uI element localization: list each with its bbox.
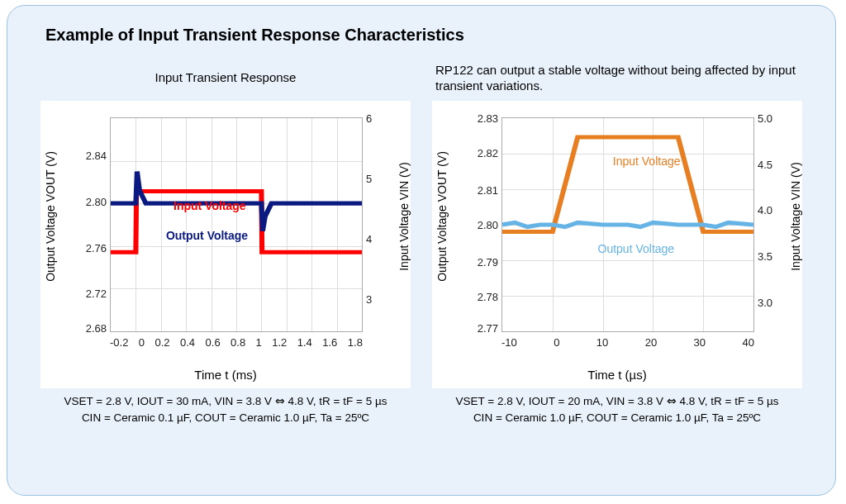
left-pane: Input Transient Response Output Voltage … — [40, 58, 411, 427]
panes-row: Input Transient Response Output Voltage … — [40, 58, 802, 427]
tick: 0.2 — [155, 336, 170, 349]
tick: 0 — [554, 336, 559, 349]
right-input-trace-label: Input Voltage — [613, 155, 681, 168]
right-x-axis-label: Time t (µs) — [432, 368, 802, 382]
tick: 2.68 — [86, 322, 107, 335]
tick: 2.72 — [86, 288, 107, 300]
tick: 3.5 — [758, 250, 772, 263]
left-x-axis-label: Time t (ms) — [40, 368, 411, 382]
tick: 1.6 — [322, 336, 337, 349]
caption-line: VSET = 2.8 V, IOUT = 20 mA, VIN = 3.8 V … — [432, 393, 802, 410]
tick: 2.77 — [478, 322, 498, 335]
right-output-trace-label: Output Voltage — [598, 242, 675, 255]
tick: 2.76 — [86, 242, 107, 254]
right-caption: VSET = 2.8 V, IOUT = 20 mA, VIN = 3.8 V … — [432, 393, 802, 427]
tick: 0 — [139, 336, 145, 349]
right-x-ticks: -10 0 10 20 30 40 — [501, 336, 754, 349]
left-traces-svg — [111, 118, 362, 331]
tick: 6 — [366, 112, 372, 125]
left-output-trace-label: Output Voltage — [166, 229, 248, 242]
tick: 2.84 — [86, 150, 107, 162]
tick: 2.82 — [478, 147, 498, 159]
tick: 1.8 — [348, 336, 363, 349]
tick: 2.81 — [478, 184, 498, 197]
left-caption: VSET = 2.8 V, IOUT = 30 mA, VIN = 3.8 V … — [40, 393, 411, 427]
left-chart-box: Output Voltage VOUT (V) Input Voltage VI… — [40, 101, 411, 388]
tick: -0.2 — [110, 336, 128, 349]
tick: 3 — [366, 293, 372, 306]
tick: 1.4 — [297, 336, 312, 349]
tick: 30 — [694, 336, 706, 349]
tick: 2.80 — [86, 196, 107, 208]
caption-line: VSET = 2.8 V, IOUT = 30 mA, VIN = 3.8 V … — [40, 393, 411, 410]
left-y2-axis-label: Input Voltage VIN (V) — [397, 162, 411, 271]
tick: 1.2 — [272, 336, 287, 349]
tick: 1 — [256, 336, 262, 349]
tick: 4.5 — [758, 159, 772, 171]
tick: 2.83 — [478, 112, 498, 125]
tick: 4 — [366, 233, 372, 245]
left-plot-area: Input Voltage Output Voltage — [110, 117, 363, 332]
tick: 5 — [366, 173, 372, 185]
card-container: Example of Input Transient Response Char… — [7, 5, 836, 496]
left-chart-title: Input Transient Response — [40, 58, 411, 97]
right-y-axis-label: Output Voltage VOUT (V) — [435, 151, 449, 282]
right-input-trace — [502, 137, 753, 232]
main-title: Example of Input Transient Response Char… — [45, 26, 802, 45]
tick: 3.0 — [758, 297, 772, 309]
left-x-ticks: -0.2 0 0.2 0.4 0.6 0.8 1 1.2 1.4 1.6 1.8 — [110, 336, 363, 349]
right-plot-area: Input Voltage Output Voltage — [501, 117, 754, 332]
tick: 2.79 — [478, 256, 498, 269]
tick: 4.0 — [758, 204, 772, 216]
right-y2-axis-label: Input Voltage VIN (V) — [789, 162, 802, 271]
tick: 20 — [645, 336, 657, 349]
right-pane: RP122 can output a stable voltage withou… — [432, 58, 802, 427]
tick: -10 — [501, 336, 517, 349]
tick: 2.80 — [478, 219, 498, 231]
right-chart-box: Output Voltage VOUT (V) Input Voltage VI… — [432, 101, 802, 388]
right-output-trace — [502, 222, 753, 226]
tick: 0.6 — [206, 336, 221, 349]
left-input-trace-label: Input Voltage — [173, 199, 246, 212]
caption-line: CIN = Ceramic 1.0 µF, COUT = Ceramic 1.0… — [432, 410, 802, 426]
tick: 40 — [742, 336, 753, 349]
tick: 0.4 — [180, 336, 195, 349]
tick: 0.8 — [231, 336, 245, 349]
right-traces-svg — [502, 118, 753, 331]
caption-line: CIN = Ceramic 0.1 µF, COUT = Ceramic 1.0… — [40, 410, 411, 426]
tick: 10 — [596, 336, 608, 349]
left-y-axis-label: Output Voltage VOUT (V) — [44, 151, 57, 282]
right-chart-title: RP122 can output a stable voltage withou… — [432, 58, 802, 97]
tick: 5.0 — [758, 112, 772, 125]
tick: 2.78 — [478, 291, 498, 303]
